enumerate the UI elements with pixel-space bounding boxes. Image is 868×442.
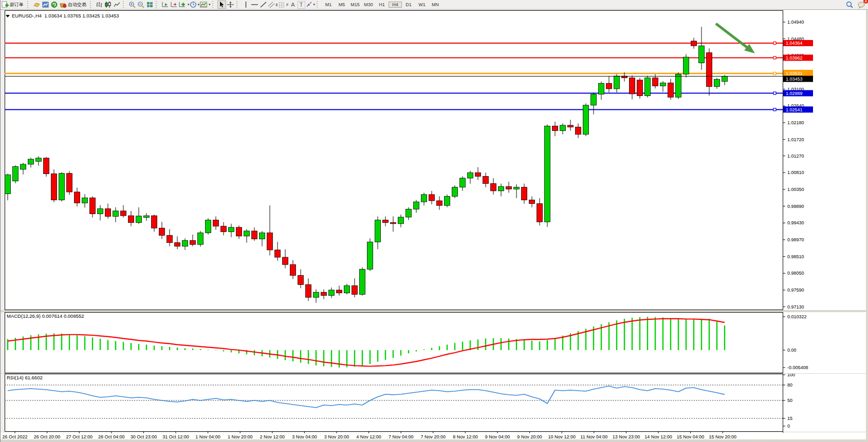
time-tick-label: 7 Nov 04:00 [389,434,414,439]
fibonacci-icon[interactable]: F [278,1,288,9]
chart-canvas[interactable]: 1.049401.044801.040201.035601.031001.026… [1,0,868,442]
tf-button-M15[interactable]: M15 [348,2,362,8]
tf-button-MN[interactable]: MN [429,2,442,8]
time-tick-label: 1 Nov 20:00 [228,434,253,439]
notifications-icon[interactable]: 1 [857,1,865,9]
tf-button-M5[interactable]: M5 [335,2,348,8]
vertical-line-icon[interactable] [242,1,250,9]
candle-body [460,178,466,187]
price-badge-text: 1.02989 [786,91,803,96]
zoom-in-icon[interactable] [128,1,137,9]
tf-button-M1[interactable]: M1 [322,2,335,8]
price-tick-label: 1.01720 [787,137,804,142]
price-tick-label: 0.97130 [787,304,804,310]
toolbar-separator [236,1,240,8]
tf-button-H4[interactable]: H4 [389,2,402,8]
candle-body [398,217,404,224]
candle-body [121,211,126,216]
candle-body [313,292,319,297]
candle-body [568,125,574,127]
toolbar-separator [123,1,126,8]
cursor-icon[interactable] [217,1,226,9]
autotrading-icon[interactable] [59,1,67,9]
autotrading-label[interactable]: 自动交易 [68,2,86,8]
tile-windows-icon[interactable] [145,1,154,9]
candle-body [614,76,620,89]
bar-chart-icon[interactable] [95,1,104,9]
candle-body [36,158,42,161]
time-tick-label: 27 Oct 12:00 [66,434,93,439]
text-label-icon[interactable]: T [298,1,305,9]
navigator-icon[interactable] [50,1,59,9]
search-icon[interactable] [845,1,854,9]
candle-body [522,187,527,200]
price-tick-label: 1.01270 [787,153,804,159]
time-tick-label: 26 Oct 2022 [2,434,27,439]
panel-splitter[interactable] [1,373,868,374]
time-tick-label: 8 Nov 12:00 [453,434,478,439]
symbol-dropdown-icon[interactable] [6,15,10,17]
candle-body [244,231,250,236]
text-icon[interactable]: A [289,1,298,9]
level-line-handle[interactable] [773,108,776,111]
tf-button-H1[interactable]: H1 [375,2,389,8]
candle-body [152,216,157,228]
candle-body [437,201,442,205]
time-tick-label: 1 Nov 04:00 [195,434,220,439]
chart-shift-icon[interactable] [170,1,178,9]
auto-scroll-icon[interactable] [161,1,170,9]
rsi-panel[interactable] [5,374,783,432]
time-tick-label: 2 Nov 12:00 [260,434,285,439]
candle-body [599,83,604,94]
arrows-objects-icon[interactable]: ▾ [305,1,316,9]
price-tick-label: 0.98970 [787,237,804,242]
profiles-icon[interactable] [32,1,41,9]
new-order-icon[interactable] [1,1,9,9]
tf-button-M30[interactable]: M30 [362,2,375,8]
chart-title-bar[interactable]: EURUSD-,H4 1.03634 1.03765 1.03425 1.034… [6,13,119,18]
rsi-tick-label: 50 [787,398,792,403]
tf-button-D1[interactable]: D1 [402,2,415,8]
crosshair-icon[interactable] [226,1,235,9]
panel-splitter[interactable] [1,310,868,312]
horizontal-line-icon[interactable] [250,1,259,9]
market-watch-icon[interactable] [41,1,50,9]
candle-body [13,166,19,181]
time-tick-label: 4 Nov 12:00 [356,434,381,439]
templates-icon[interactable]: ▾ [199,1,211,9]
candle-body [252,231,257,239]
candlestick-chart-icon[interactable] [104,1,113,9]
level-line-handle[interactable] [773,92,776,94]
rsi-tick-label: 100 [787,372,795,377]
candle-body [537,204,543,222]
price-tick-label: 0.98510 [787,254,804,259]
tf-button-W1[interactable]: W1 [415,2,429,8]
indicators-icon[interactable]: ▾ [178,1,190,9]
rsi-name: RSI(14) [7,375,24,380]
time-tick-label: 9 Nov 04:00 [485,434,510,439]
candle-body [383,220,389,223]
line-chart-icon[interactable] [113,1,121,9]
main-panel[interactable] [5,11,783,310]
price-badge-text: 1.03531 [786,71,803,76]
new-order-label[interactable]: 新订单 [10,2,24,8]
candle-body [498,186,504,191]
candle-body [552,126,558,130]
periods-icon[interactable]: ▾ [190,1,200,9]
macd-panel[interactable] [5,313,783,373]
trendline-icon[interactable] [259,1,268,9]
time-tick-label: 3 Nov 20:00 [324,434,349,439]
level-line-handle[interactable] [773,56,776,59]
time-tick-label: 30 Oct 23:00 [131,434,157,439]
zoom-out-icon[interactable] [137,1,145,9]
candle-body [452,187,458,197]
level-line-handle[interactable] [773,72,776,75]
rsi-tick-label: 0 [787,424,790,429]
level-line-handle[interactable] [773,42,776,44]
equidistant-channel-icon[interactable]: E [268,1,279,9]
candle-body [560,125,566,131]
candle-body [67,174,72,192]
candle-body [468,172,473,178]
candle-body [136,216,142,223]
toolbar-separator [156,1,159,8]
